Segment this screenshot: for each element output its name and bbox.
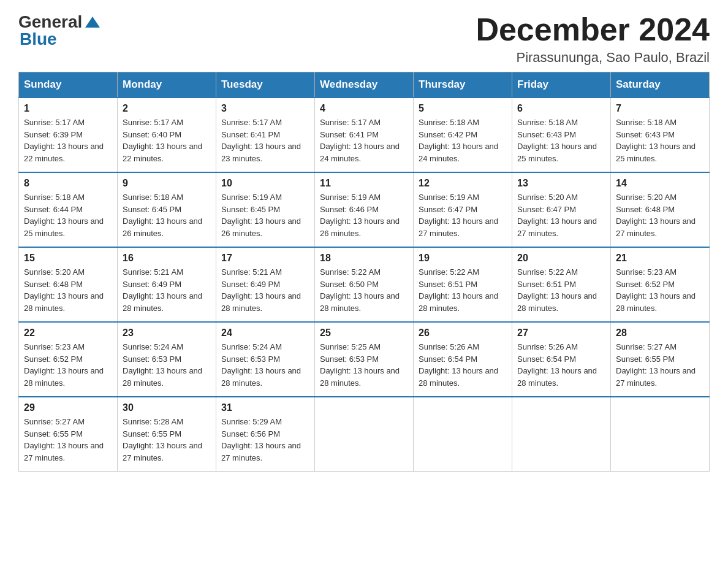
calendar-table: SundayMondayTuesdayWednesdayThursdayFrid… [18,72,710,472]
day-info: Sunrise: 5:20 AMSunset: 6:48 PMDaylight:… [616,191,704,239]
day-number: 5 [419,103,507,114]
day-info: Sunrise: 5:28 AMSunset: 6:55 PMDaylight:… [123,416,211,464]
col-header-tuesday: Tuesday [216,72,315,98]
day-info: Sunrise: 5:21 AMSunset: 6:49 PMDaylight:… [221,266,309,314]
day-info: Sunrise: 5:17 AMSunset: 6:41 PMDaylight:… [320,117,408,164]
day-info: Sunrise: 5:20 AMSunset: 6:47 PMDaylight:… [517,191,605,239]
calendar-cell: 19Sunrise: 5:22 AMSunset: 6:51 PMDayligh… [414,247,512,322]
logo-blue-text: Blue [20,29,57,48]
col-header-sunday: Sunday [19,72,118,98]
calendar-cell: 14Sunrise: 5:20 AMSunset: 6:48 PMDayligh… [611,172,710,247]
calendar-cell: 4Sunrise: 5:17 AMSunset: 6:41 PMDaylight… [315,98,414,172]
day-info: Sunrise: 5:18 AMSunset: 6:45 PMDaylight:… [123,191,211,239]
day-info: Sunrise: 5:22 AMSunset: 6:51 PMDaylight:… [419,266,507,314]
day-info: Sunrise: 5:20 AMSunset: 6:48 PMDaylight:… [24,266,112,314]
day-number: 30 [123,402,211,413]
calendar-cell: 5Sunrise: 5:18 AMSunset: 6:42 PMDaylight… [414,98,512,172]
calendar-cell: 1Sunrise: 5:17 AMSunset: 6:39 PMDaylight… [19,98,118,172]
location-subtitle: Pirassununga, Sao Paulo, Brazil [476,50,710,66]
calendar-cell: 7Sunrise: 5:18 AMSunset: 6:43 PMDaylight… [611,98,710,172]
day-info: Sunrise: 5:19 AMSunset: 6:46 PMDaylight:… [320,191,408,239]
month-title: December 2024 [476,12,710,47]
day-number: 29 [24,402,112,413]
week-row-5: 29Sunrise: 5:27 AMSunset: 6:55 PMDayligh… [19,397,710,472]
day-number: 2 [123,103,211,114]
day-number: 10 [221,178,309,189]
day-number: 21 [616,253,704,264]
calendar-cell: 23Sunrise: 5:24 AMSunset: 6:53 PMDayligh… [118,322,216,397]
calendar-cell: 2Sunrise: 5:17 AMSunset: 6:40 PMDaylight… [118,98,216,172]
day-number: 3 [221,103,309,114]
day-number: 16 [123,253,211,264]
calendar-cell: 3Sunrise: 5:17 AMSunset: 6:41 PMDaylight… [216,98,315,172]
week-row-2: 8Sunrise: 5:18 AMSunset: 6:44 PMDaylight… [19,172,710,247]
day-number: 28 [616,327,704,339]
day-number: 4 [320,103,408,114]
calendar-cell: 18Sunrise: 5:22 AMSunset: 6:50 PMDayligh… [315,247,414,322]
day-number: 8 [24,178,112,189]
day-number: 18 [320,253,408,264]
calendar-cell [315,397,414,472]
day-number: 15 [24,253,112,264]
col-header-wednesday: Wednesday [315,72,414,98]
day-number: 13 [517,178,605,189]
calendar-cell: 29Sunrise: 5:27 AMSunset: 6:55 PMDayligh… [19,397,118,472]
calendar-cell: 31Sunrise: 5:29 AMSunset: 6:56 PMDayligh… [216,397,315,472]
day-number: 25 [320,327,408,339]
day-number: 22 [24,327,112,339]
day-number: 19 [419,253,507,264]
calendar-cell: 28Sunrise: 5:27 AMSunset: 6:55 PMDayligh… [611,322,710,397]
day-info: Sunrise: 5:17 AMSunset: 6:41 PMDaylight:… [221,117,309,164]
day-number: 20 [517,253,605,264]
calendar-cell: 22Sunrise: 5:23 AMSunset: 6:52 PMDayligh… [19,322,118,397]
calendar-cell: 26Sunrise: 5:26 AMSunset: 6:54 PMDayligh… [414,322,512,397]
day-info: Sunrise: 5:18 AMSunset: 6:42 PMDaylight:… [419,117,507,164]
week-row-4: 22Sunrise: 5:23 AMSunset: 6:52 PMDayligh… [19,322,710,397]
calendar-cell [611,397,710,472]
calendar-cell: 11Sunrise: 5:19 AMSunset: 6:46 PMDayligh… [315,172,414,247]
page-header: General Blue December 2024 Pirassununga,… [18,12,710,66]
day-info: Sunrise: 5:25 AMSunset: 6:53 PMDaylight:… [320,341,408,389]
day-info: Sunrise: 5:21 AMSunset: 6:49 PMDaylight:… [123,266,211,314]
calendar-cell: 13Sunrise: 5:20 AMSunset: 6:47 PMDayligh… [512,172,611,247]
calendar-cell: 12Sunrise: 5:19 AMSunset: 6:47 PMDayligh… [414,172,512,247]
day-number: 26 [419,327,507,339]
logo-triangle-icon [84,14,101,31]
day-number: 17 [221,253,309,264]
calendar-cell [414,397,512,472]
day-info: Sunrise: 5:27 AMSunset: 6:55 PMDaylight:… [616,341,704,389]
day-info: Sunrise: 5:19 AMSunset: 6:45 PMDaylight:… [221,191,309,239]
calendar-cell: 8Sunrise: 5:18 AMSunset: 6:44 PMDaylight… [19,172,118,247]
svg-marker-0 [85,17,100,28]
day-info: Sunrise: 5:18 AMSunset: 6:44 PMDaylight:… [24,191,112,239]
day-number: 12 [419,178,507,189]
day-info: Sunrise: 5:23 AMSunset: 6:52 PMDaylight:… [24,341,112,389]
title-section: December 2024 Pirassununga, Sao Paulo, B… [476,12,710,66]
col-header-friday: Friday [512,72,611,98]
day-info: Sunrise: 5:23 AMSunset: 6:52 PMDaylight:… [616,266,704,314]
day-info: Sunrise: 5:22 AMSunset: 6:50 PMDaylight:… [320,266,408,314]
day-info: Sunrise: 5:29 AMSunset: 6:56 PMDaylight:… [221,416,309,464]
day-info: Sunrise: 5:24 AMSunset: 6:53 PMDaylight:… [123,341,211,389]
day-number: 27 [517,327,605,339]
col-header-saturday: Saturday [611,72,710,98]
day-number: 6 [517,103,605,114]
day-number: 1 [24,103,112,114]
day-info: Sunrise: 5:26 AMSunset: 6:54 PMDaylight:… [419,341,507,389]
calendar-cell: 6Sunrise: 5:18 AMSunset: 6:43 PMDaylight… [512,98,611,172]
week-row-1: 1Sunrise: 5:17 AMSunset: 6:39 PMDaylight… [19,98,710,172]
calendar-cell [512,397,611,472]
day-number: 11 [320,178,408,189]
day-info: Sunrise: 5:18 AMSunset: 6:43 PMDaylight:… [517,117,605,164]
col-header-thursday: Thursday [414,72,512,98]
calendar-cell: 21Sunrise: 5:23 AMSunset: 6:52 PMDayligh… [611,247,710,322]
logo: General Blue [18,12,101,49]
day-number: 14 [616,178,704,189]
calendar-cell: 24Sunrise: 5:24 AMSunset: 6:53 PMDayligh… [216,322,315,397]
calendar-cell: 27Sunrise: 5:26 AMSunset: 6:54 PMDayligh… [512,322,611,397]
week-row-3: 15Sunrise: 5:20 AMSunset: 6:48 PMDayligh… [19,247,710,322]
day-info: Sunrise: 5:18 AMSunset: 6:43 PMDaylight:… [616,117,704,164]
day-number: 23 [123,327,211,339]
calendar-cell: 16Sunrise: 5:21 AMSunset: 6:49 PMDayligh… [118,247,216,322]
calendar-cell: 9Sunrise: 5:18 AMSunset: 6:45 PMDaylight… [118,172,216,247]
